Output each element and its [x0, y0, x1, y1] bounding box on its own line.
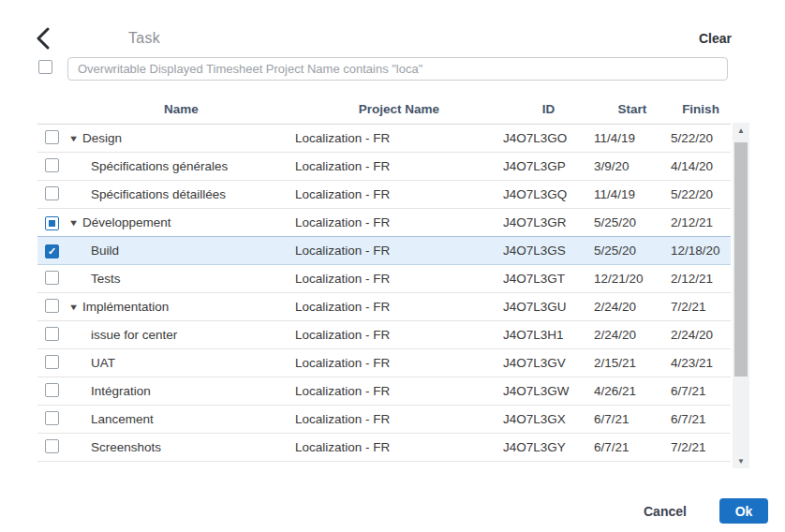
task-name-cell: Spécifications détaillées [67, 187, 295, 201]
start-date-cell: 2/24/20 [594, 328, 671, 342]
finish-date-cell: 7/2/21 [671, 440, 731, 454]
table-row[interactable]: IntégrationLocalization - FRJ4O7L3GW4/26… [37, 377, 731, 406]
project-name-cell: Localization - FR [295, 412, 503, 426]
row-checkbox[interactable] [45, 216, 59, 230]
task-id-cell: J4O7L3GR [503, 215, 594, 229]
project-name-cell: Localization - FR [295, 440, 503, 454]
row-checkbox[interactable] [45, 411, 59, 425]
table-row[interactable]: Spécifications généralesLocalization - F… [37, 153, 731, 181]
task-name: Design [82, 131, 122, 145]
task-id-cell: J4O7L3GP [503, 159, 594, 173]
task-name-cell: Intégration [67, 384, 295, 398]
task-id-cell: J4O7L3GY [503, 440, 594, 454]
task-id-cell: J4O7L3GW [503, 384, 594, 398]
column-header-id: ID [503, 102, 594, 116]
table-row[interactable]: ScreenshotsLocalization - FRJ4O7L3GY6/7/… [37, 434, 731, 462]
row-checkbox[interactable]: ✓ [45, 244, 59, 259]
project-name-cell: Localization - FR [295, 300, 503, 314]
scroll-up-icon[interactable]: ▲ [733, 124, 749, 137]
start-date-cell: 6/7/21 [594, 412, 671, 426]
project-name-cell: Localization - FR [295, 131, 503, 145]
filter-checkbox[interactable] [38, 60, 52, 74]
finish-date-cell: 2/24/20 [671, 328, 731, 342]
task-name-cell: ▼Développement [67, 215, 295, 229]
task-name: UAT [91, 356, 115, 370]
scrollbar-thumb[interactable] [734, 142, 748, 377]
vertical-scrollbar[interactable]: ▲ ▼ [733, 123, 749, 468]
task-name: Tests [91, 272, 121, 286]
row-checkbox[interactable] [45, 439, 59, 453]
ok-button[interactable]: Ok [719, 498, 768, 524]
start-date-cell: 2/24/20 [594, 300, 671, 314]
task-name: Spécifications générales [91, 159, 228, 173]
row-checkbox-cell [37, 299, 67, 316]
task-id-cell: J4O7L3GO [503, 131, 594, 145]
chevron-left-icon [35, 27, 55, 50]
table-row[interactable]: UATLocalization - FRJ4O7L3GV2/15/214/23/… [37, 349, 731, 377]
row-checkbox[interactable] [45, 355, 59, 369]
start-date-cell: 2/15/21 [594, 356, 671, 370]
row-checkbox-cell [37, 411, 67, 428]
back-button[interactable] [35, 27, 55, 50]
row-checkbox[interactable] [45, 158, 59, 172]
collapse-caret-icon[interactable]: ▼ [68, 134, 79, 143]
table-row[interactable]: Spécifications détailléesLocalization - … [37, 181, 731, 209]
finish-date-cell: 5/22/20 [671, 187, 731, 201]
column-header-finish: Finish [671, 102, 731, 116]
row-checkbox[interactable] [45, 130, 59, 144]
row-checkbox[interactable] [45, 327, 59, 341]
row-checkbox-cell [37, 327, 67, 344]
table-row[interactable]: TestsLocalization - FRJ4O7L3GT12/21/202/… [37, 265, 731, 293]
start-date-cell: 11/4/19 [594, 187, 671, 201]
task-id-cell: J4O7L3GX [503, 412, 594, 426]
row-checkbox-cell [37, 271, 67, 288]
task-name-cell: Lancement [67, 412, 295, 426]
task-name-cell: ▼Design [67, 131, 295, 145]
task-id-cell: J4O7L3GT [503, 272, 594, 286]
table-row[interactable]: issue for centerLocalization - FRJ4O7L3H… [37, 321, 731, 349]
table-row[interactable]: ▼DéveloppementLocalization - FRJ4O7L3GR5… [37, 209, 731, 237]
row-checkbox[interactable] [45, 383, 59, 397]
cancel-button[interactable]: Cancel [644, 504, 687, 519]
finish-date-cell: 2/12/21 [671, 215, 731, 229]
finish-date-cell: 2/12/21 [671, 272, 731, 286]
task-table: Name Project Name ID Start Finish ▼Desig… [37, 94, 731, 462]
table-row[interactable]: LancementLocalization - FRJ4O7L3GX6/7/21… [37, 406, 731, 434]
row-checkbox-cell [37, 186, 67, 203]
task-name-cell: Spécifications générales [67, 159, 295, 173]
scroll-down-icon[interactable]: ▼ [733, 454, 749, 467]
start-date-cell: 5/25/20 [594, 215, 671, 229]
project-name-cell: Localization - FR [295, 187, 503, 201]
row-checkbox[interactable] [45, 299, 59, 313]
finish-date-cell: 4/23/21 [671, 356, 731, 370]
column-header-name: Name [67, 102, 295, 116]
collapse-caret-icon[interactable]: ▼ [68, 303, 79, 312]
finish-date-cell: 6/7/21 [671, 384, 731, 398]
row-checkbox[interactable] [45, 271, 59, 285]
table-row[interactable]: ▼ImplémentationLocalization - FRJ4O7L3GU… [37, 293, 731, 321]
collapse-caret-icon[interactable]: ▼ [68, 218, 79, 228]
table-row[interactable]: ▼DesignLocalization - FRJ4O7L3GO11/4/195… [37, 125, 731, 153]
row-checkbox-cell [37, 383, 67, 400]
task-name: Développement [82, 215, 171, 229]
start-date-cell: 12/21/20 [594, 272, 671, 286]
filter-input[interactable] [67, 57, 728, 81]
start-date-cell: 6/7/21 [594, 440, 671, 454]
row-checkbox-cell [37, 355, 67, 372]
project-name-cell: Localization - FR [295, 159, 503, 173]
row-checkbox-cell [37, 439, 67, 456]
table-header-row: Name Project Name ID Start Finish [37, 94, 731, 125]
finish-date-cell: 5/22/20 [671, 131, 731, 145]
project-name-cell: Localization - FR [295, 328, 503, 342]
clear-button[interactable]: Clear [699, 31, 732, 46]
task-id-cell: J4O7L3GV [503, 356, 594, 370]
task-name-cell: issue for center [67, 328, 295, 342]
finish-date-cell: 12/18/20 [671, 244, 731, 258]
task-name: Lancement [91, 412, 154, 426]
project-name-cell: Localization - FR [295, 356, 503, 370]
start-date-cell: 11/4/19 [594, 131, 671, 145]
table-row[interactable]: ✓BuildLocalization - FRJ4O7L3GS5/25/2012… [37, 237, 731, 265]
row-checkbox-cell [37, 158, 67, 175]
row-checkbox[interactable] [45, 186, 59, 200]
column-header-start: Start [594, 102, 671, 116]
